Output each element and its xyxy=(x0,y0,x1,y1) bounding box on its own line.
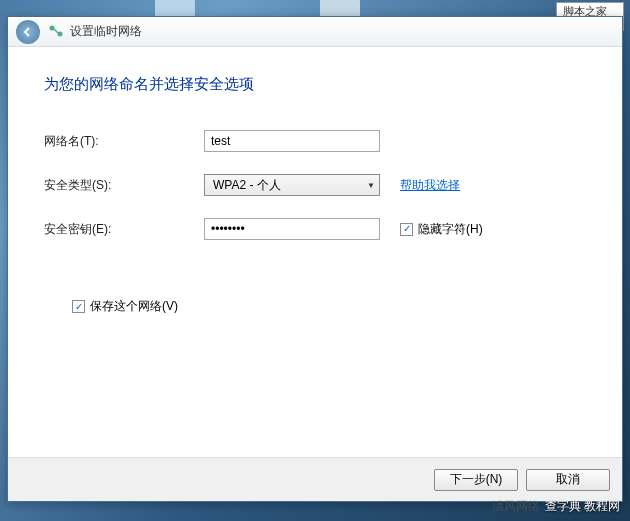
security-key-label: 安全密钥(E): xyxy=(44,221,204,238)
page-heading: 为您的网络命名并选择安全选项 xyxy=(44,75,586,94)
window-title: 设置临时网络 xyxy=(70,23,142,40)
watermark-bottom-right: 查字典 教程网 xyxy=(545,498,620,515)
next-button[interactable]: 下一步(N) xyxy=(434,469,518,491)
hide-chars-label: 隐藏字符(H) xyxy=(418,221,483,238)
hide-chars-checkbox[interactable] xyxy=(400,223,413,236)
security-type-value: WPA2 - 个人 xyxy=(213,177,281,194)
row-security-type: 安全类型(S): WPA2 - 个人 ▼ 帮助我选择 xyxy=(44,174,586,196)
save-network-checkbox[interactable] xyxy=(72,300,85,313)
network-icon xyxy=(48,24,64,40)
row-security-key: 安全密钥(E): 隐藏字符(H) xyxy=(44,218,586,240)
row-network-name: 网络名(T): xyxy=(44,130,586,152)
chevron-down-icon: ▼ xyxy=(367,181,375,190)
network-name-label: 网络名(T): xyxy=(44,133,204,150)
cancel-button[interactable]: 取消 xyxy=(526,469,610,491)
titlebar: 设置临时网络 xyxy=(8,17,622,47)
security-key-input[interactable] xyxy=(204,218,380,240)
arrow-left-icon xyxy=(22,26,34,38)
save-network-label: 保存这个网络(V) xyxy=(90,298,178,315)
help-link[interactable]: 帮助我选择 xyxy=(400,177,460,194)
save-network-checkbox-wrap[interactable]: 保存这个网络(V) xyxy=(72,298,586,315)
network-name-input[interactable] xyxy=(204,130,380,152)
back-button[interactable] xyxy=(16,20,40,44)
security-type-dropdown[interactable]: WPA2 - 个人 ▼ xyxy=(204,174,380,196)
wizard-window: 设置临时网络 为您的网络命名并选择安全选项 网络名(T): 安全类型(S): W… xyxy=(7,16,623,502)
security-type-label: 安全类型(S): xyxy=(44,177,204,194)
wizard-content: 为您的网络命名并选择安全选项 网络名(T): 安全类型(S): WPA2 - 个… xyxy=(8,47,622,457)
wizard-footer: 下一步(N) 取消 xyxy=(8,457,622,501)
watermark-bottom-left: 清风网络 xyxy=(492,498,540,515)
hide-chars-checkbox-wrap[interactable]: 隐藏字符(H) xyxy=(400,221,483,238)
